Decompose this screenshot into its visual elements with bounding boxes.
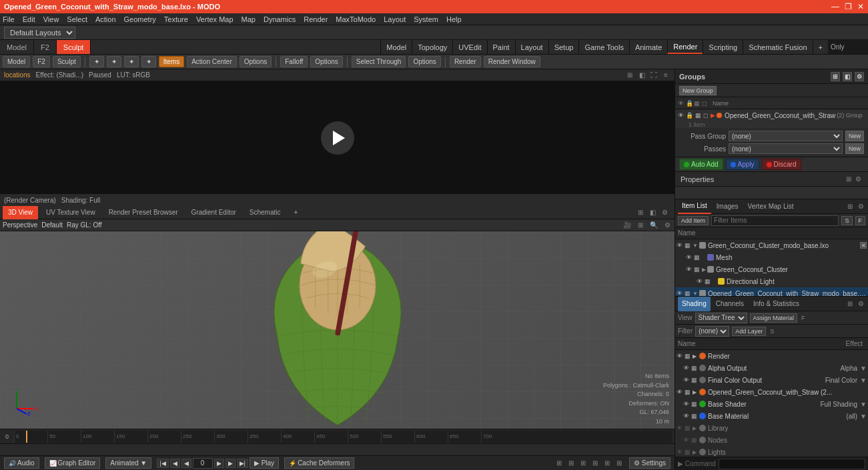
shade-row-alpha[interactable]: 👁 ▦ Alpha Output Alpha ▼ xyxy=(675,362,868,374)
groups-icon-2[interactable]: ◧ xyxy=(843,72,852,81)
assign-material-btn[interactable]: Assign Material xyxy=(750,313,798,323)
toolbar-attract-btn[interactable]: ✦ xyxy=(107,56,121,67)
play-btn[interactable]: ▶ Play xyxy=(250,457,279,469)
frame-input[interactable] xyxy=(193,458,213,469)
new-group-btn[interactable]: New Group xyxy=(679,86,717,95)
item-eye-1[interactable]: 👁 xyxy=(677,242,685,249)
passes-select[interactable]: (none) xyxy=(729,143,843,154)
shade-vis-basematerial[interactable]: ▦ xyxy=(691,413,699,419)
right-command-input[interactable] xyxy=(719,459,865,469)
menu-edit[interactable]: Edit xyxy=(23,15,35,23)
timeline-cursor[interactable] xyxy=(26,431,27,443)
tab-model[interactable]: Model xyxy=(0,40,34,54)
tab-vertex-map-list[interactable]: Vertex Map List xyxy=(744,199,798,214)
shader-tree-select[interactable]: Shader Tree xyxy=(695,313,747,323)
properties-icon-2[interactable]: ⚙ xyxy=(853,175,863,184)
tab-gradienteditor[interactable]: Gradient Editor xyxy=(186,206,242,219)
shade-vis-finalcolor[interactable]: ▦ xyxy=(691,377,699,383)
toolbar-options1-btn[interactable]: Options xyxy=(240,56,272,67)
menu-geometry[interactable]: Geometry xyxy=(124,15,156,23)
item-list-icon-2[interactable]: ⚙ xyxy=(856,202,865,211)
group-vis-icon[interactable]: ▦ xyxy=(695,112,701,119)
filter-items-input[interactable] xyxy=(711,215,839,226)
tab-render[interactable]: Render xyxy=(667,40,703,54)
tab-item-list[interactable]: Item List xyxy=(678,199,711,214)
add-layer-btn[interactable]: Add Layer xyxy=(732,327,766,336)
maximize-btn[interactable]: ❐ xyxy=(845,2,852,11)
apply-btn[interactable]: Apply xyxy=(726,159,759,170)
group-lock-icon[interactable]: 🔒 xyxy=(686,112,693,119)
properties-icon-1[interactable]: ⊞ xyxy=(844,175,853,184)
item-eye-4[interactable]: 👁 xyxy=(697,278,705,285)
shade-vis-render[interactable]: ▦ xyxy=(685,353,693,359)
tab-layout[interactable]: Layout xyxy=(515,40,548,54)
render-vp-content[interactable] xyxy=(0,81,675,194)
toolbar-render-btn[interactable]: Render xyxy=(450,56,481,67)
audio-btn[interactable]: 🔊Audio xyxy=(4,457,39,469)
item-f-btn[interactable]: F xyxy=(855,216,866,225)
shade-eye-render[interactable]: 👁 xyxy=(677,353,685,359)
tab-animate[interactable]: Animate xyxy=(629,40,667,54)
item-eye-5[interactable]: 👁 xyxy=(677,290,685,296)
transport-end-btn[interactable]: ▶| xyxy=(237,459,248,468)
toolbar-options3-btn[interactable]: Options xyxy=(408,56,440,67)
shade-eye-coconut[interactable]: 👁 xyxy=(677,389,685,395)
shade-dropdown-baseshader[interactable]: ▼ xyxy=(860,401,867,408)
toolbar-autoattract-btn[interactable]: ✦ xyxy=(89,56,104,67)
shade-dropdown-finalcolor[interactable]: ▼ xyxy=(860,377,867,384)
tab-3dview[interactable]: 3D View xyxy=(3,206,38,219)
shade-row-lights[interactable]: 👁 ▦ ▶ Lights xyxy=(675,446,868,457)
shade-eye-library[interactable]: 👁 xyxy=(677,425,685,431)
tab-paint[interactable]: Paint xyxy=(487,40,515,54)
play-button[interactable] xyxy=(321,121,354,155)
shade-eye-lights[interactable]: 👁 xyxy=(677,449,685,455)
item-row-4[interactable]: 👁 ▦ ▶ Directional Light xyxy=(675,275,868,287)
tab-sculpt[interactable]: Sculpt xyxy=(57,40,91,54)
anim-icon-2[interactable]: ⊞ xyxy=(566,459,576,468)
vp-settings-icon[interactable]: ⚙ xyxy=(663,221,672,230)
vp-cam-icon[interactable]: 🎥 xyxy=(622,221,632,230)
graph-editor-btn[interactable]: 📈Graph Editor xyxy=(45,457,101,469)
shade-row-library[interactable]: 👁 ▦ ▶ Library xyxy=(675,422,868,434)
shading-icon-1[interactable]: ⊞ xyxy=(845,299,855,309)
toolbar-renderwindow-btn[interactable]: Render Window xyxy=(484,56,540,67)
group-eye-icon[interactable]: 👁 xyxy=(678,112,684,119)
menu-action[interactable]: Action xyxy=(95,15,116,23)
passes-new-btn[interactable]: New xyxy=(845,143,864,154)
animated-btn[interactable]: Animated ▼ xyxy=(105,457,151,469)
3d-vp-icon-2[interactable]: ◧ xyxy=(648,208,657,217)
menu-map[interactable]: Map xyxy=(242,15,256,23)
tab-f2[interactable]: F2 xyxy=(34,40,57,54)
groups-icon-1[interactable]: ⊞ xyxy=(831,72,840,81)
toolbar-items-btn[interactable]: Items xyxy=(159,56,184,67)
menu-maxtomodo[interactable]: MaxToModo xyxy=(336,15,376,23)
transport-start-btn[interactable]: |◀ xyxy=(157,459,168,468)
toolbar-selectthrough-btn[interactable]: Select Through xyxy=(352,56,406,67)
vp-perspective-btn[interactable]: Perspective xyxy=(3,221,37,229)
tab-scripting[interactable]: Scripting xyxy=(703,40,743,54)
pass-group-select[interactable]: (none) xyxy=(729,131,843,141)
menu-vertexmap[interactable]: Vertex Map xyxy=(196,15,234,23)
tab-setup[interactable]: Setup xyxy=(548,40,579,54)
menu-file[interactable]: File xyxy=(3,15,15,23)
tab-gametools[interactable]: Game Tools xyxy=(578,40,629,54)
tab-channels[interactable]: Channels xyxy=(712,297,748,311)
shade-vis-coconut[interactable]: ▦ xyxy=(685,389,693,395)
shade-vis-lights[interactable]: ▦ xyxy=(685,449,693,455)
shade-row-basematerial[interactable]: 👁 ▦ Base Material (all) ▼ xyxy=(675,410,868,422)
shade-vis-baseshader[interactable]: ▦ xyxy=(691,401,699,407)
tab-schematic[interactable]: Schematic xyxy=(244,206,286,219)
shade-eye-baseshader[interactable]: 👁 xyxy=(683,401,691,407)
discard-btn[interactable]: Discard xyxy=(762,159,801,170)
tab-renderpresetbrowser[interactable]: Render Preset Browser xyxy=(103,206,183,219)
anim-icon-5[interactable]: ⊞ xyxy=(602,459,612,468)
shade-eye-nodes[interactable]: 👁 xyxy=(683,437,691,443)
vp-icon-3[interactable]: ⛶ xyxy=(649,71,659,80)
group-sel-icon[interactable]: ◻ xyxy=(703,112,708,119)
toolbar-actioncenter-btn[interactable]: Action Center xyxy=(187,56,237,67)
item-vis-2[interactable]: ▦ xyxy=(694,254,702,261)
timeline-ruler[interactable]: 0 50 100 150 200 250 300 350 400 450 500… xyxy=(14,431,672,443)
item-row-2[interactable]: 👁 ▦ ▶ Mesh xyxy=(675,251,868,263)
group-expand-icon[interactable]: ▶ xyxy=(711,112,715,119)
3d-vp-icon-3[interactable]: ⚙ xyxy=(660,208,669,217)
